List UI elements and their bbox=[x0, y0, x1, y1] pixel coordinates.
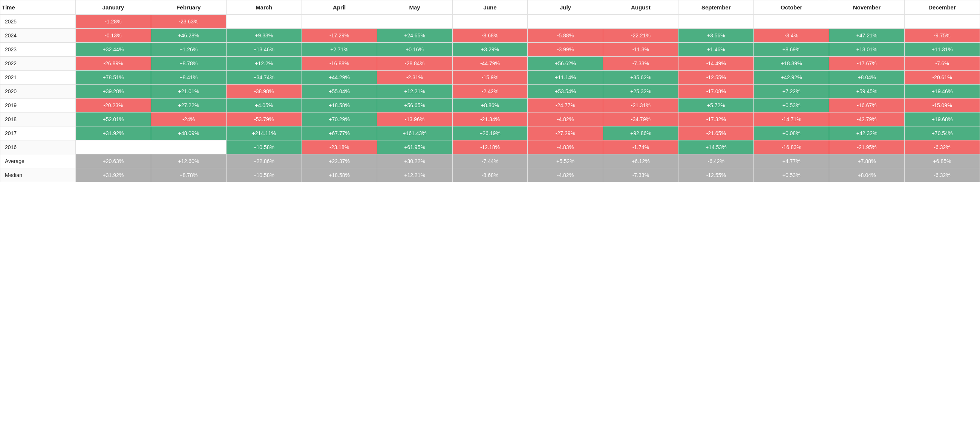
value-cell: -12.55% bbox=[678, 70, 754, 85]
year-cell: Median bbox=[0, 168, 76, 182]
value-cell: -6.32% bbox=[905, 168, 980, 182]
value-cell: -24.77% bbox=[528, 99, 603, 112]
header-january: January bbox=[75, 0, 151, 15]
value-cell: -16.67% bbox=[829, 99, 905, 112]
value-cell: +8.69% bbox=[754, 43, 829, 57]
header-row: TimeJanuaryFebruaryMarchAprilMayJuneJuly… bbox=[0, 0, 980, 15]
value-cell bbox=[603, 15, 678, 29]
value-cell: +8.41% bbox=[151, 70, 226, 85]
value-cell: -42.79% bbox=[829, 112, 905, 126]
value-cell: +55.04% bbox=[302, 85, 377, 99]
year-cell: 2018 bbox=[0, 112, 76, 126]
value-cell: +10.58% bbox=[226, 168, 302, 182]
value-cell: -28.84% bbox=[377, 57, 452, 70]
table-body: 2025-1.28%-23.63%2024-0.13%+46.28%+9.33%… bbox=[0, 15, 980, 182]
value-cell bbox=[151, 141, 226, 154]
value-cell: +5.52% bbox=[528, 154, 603, 168]
value-cell: +78.51% bbox=[75, 70, 151, 85]
value-cell: -2.31% bbox=[377, 70, 452, 85]
value-cell: -4.83% bbox=[528, 141, 603, 154]
value-cell: +39.28% bbox=[75, 85, 151, 99]
value-cell: +31.92% bbox=[75, 126, 151, 141]
value-cell: +27.22% bbox=[151, 99, 226, 112]
year-cell: 2017 bbox=[0, 126, 76, 141]
year-cell: 2016 bbox=[0, 141, 76, 154]
value-cell: -17.29% bbox=[302, 29, 377, 43]
value-cell: +8.78% bbox=[151, 57, 226, 70]
value-cell: +14.53% bbox=[678, 141, 754, 154]
value-cell: -7.33% bbox=[603, 57, 678, 70]
value-cell: -8.68% bbox=[452, 168, 528, 182]
header-august: August bbox=[603, 0, 678, 15]
value-cell: -1.28% bbox=[75, 15, 151, 29]
value-cell: -7.33% bbox=[603, 168, 678, 182]
value-cell: +26.19% bbox=[452, 126, 528, 141]
value-cell: +9.33% bbox=[226, 29, 302, 43]
value-cell: +8.04% bbox=[829, 168, 905, 182]
value-cell: -21.65% bbox=[678, 126, 754, 141]
table-row: 2018+52.01%-24%-53.79%+70.29%-13.96%-21.… bbox=[0, 112, 980, 126]
value-cell bbox=[302, 15, 377, 29]
value-cell: -17.67% bbox=[829, 57, 905, 70]
value-cell: -26.89% bbox=[75, 57, 151, 70]
value-cell: +19.68% bbox=[905, 112, 980, 126]
value-cell: -27.29% bbox=[528, 126, 603, 141]
value-cell: +67.77% bbox=[302, 126, 377, 141]
value-cell: +34.74% bbox=[226, 70, 302, 85]
value-cell: +11.31% bbox=[905, 43, 980, 57]
year-cell: 2023 bbox=[0, 43, 76, 57]
value-cell: -8.68% bbox=[452, 29, 528, 43]
value-cell: +21.01% bbox=[151, 85, 226, 99]
value-cell: +8.78% bbox=[151, 168, 226, 182]
value-cell: -11.3% bbox=[603, 43, 678, 57]
value-cell: +1.46% bbox=[678, 43, 754, 57]
value-cell: +35.62% bbox=[603, 70, 678, 85]
value-cell: +18.58% bbox=[302, 99, 377, 112]
value-cell: +56.65% bbox=[377, 99, 452, 112]
value-cell bbox=[678, 15, 754, 29]
value-cell: +31.92% bbox=[75, 168, 151, 182]
header-april: April bbox=[302, 0, 377, 15]
value-cell bbox=[75, 141, 151, 154]
table-row: Average+20.63%+12.60%+22.86%+22.37%+30.2… bbox=[0, 154, 980, 168]
year-cell: 2024 bbox=[0, 29, 76, 43]
header-march: March bbox=[226, 0, 302, 15]
value-cell: -21.31% bbox=[603, 99, 678, 112]
value-cell bbox=[754, 15, 829, 29]
value-cell: +25.32% bbox=[603, 85, 678, 99]
header-june: June bbox=[452, 0, 528, 15]
value-cell: +19.46% bbox=[905, 85, 980, 99]
value-cell: -34.79% bbox=[603, 112, 678, 126]
value-cell bbox=[377, 15, 452, 29]
value-cell: -17.32% bbox=[678, 112, 754, 126]
header-november: November bbox=[829, 0, 905, 15]
year-cell: 2020 bbox=[0, 85, 76, 99]
header-september: September bbox=[678, 0, 754, 15]
value-cell: -9.75% bbox=[905, 29, 980, 43]
value-cell: +12.21% bbox=[377, 168, 452, 182]
table-row: 2016+10.58%-23.18%+61.95%-12.18%-4.83%-1… bbox=[0, 141, 980, 154]
value-cell: -7.44% bbox=[452, 154, 528, 168]
value-cell: +6.85% bbox=[905, 154, 980, 168]
value-cell: +42.92% bbox=[754, 70, 829, 85]
value-cell: +18.58% bbox=[302, 168, 377, 182]
table-row: 2017+31.92%+48.09%+214.11%+67.77%+161.43… bbox=[0, 126, 980, 141]
table-row: 2024-0.13%+46.28%+9.33%-17.29%+24.65%-8.… bbox=[0, 29, 980, 43]
performance-table: TimeJanuaryFebruaryMarchAprilMayJuneJuly… bbox=[0, 0, 980, 182]
value-cell: -21.34% bbox=[452, 112, 528, 126]
header-may: May bbox=[377, 0, 452, 15]
value-cell: +30.22% bbox=[377, 154, 452, 168]
value-cell: +70.29% bbox=[302, 112, 377, 126]
value-cell: +13.01% bbox=[829, 43, 905, 57]
value-cell: +4.77% bbox=[754, 154, 829, 168]
year-cell: 2022 bbox=[0, 57, 76, 70]
value-cell: +1.26% bbox=[151, 43, 226, 57]
value-cell: -6.42% bbox=[678, 154, 754, 168]
value-cell: -1.74% bbox=[603, 141, 678, 154]
table-row: 2025-1.28%-23.63% bbox=[0, 15, 980, 29]
table-row: 2020+39.28%+21.01%-38.98%+55.04%+12.21%-… bbox=[0, 85, 980, 99]
value-cell bbox=[528, 15, 603, 29]
value-cell: -24% bbox=[151, 112, 226, 126]
value-cell: -23.63% bbox=[151, 15, 226, 29]
value-cell: -23.18% bbox=[302, 141, 377, 154]
